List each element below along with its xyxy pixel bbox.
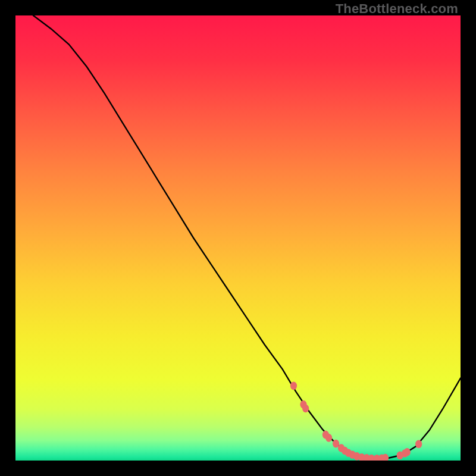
curve-marker [325,434,332,442]
curve-marker [302,405,309,413]
curve-marker [404,448,411,456]
chart-svg [15,15,461,461]
curve-marker [415,440,422,449]
gradient-background [15,15,461,461]
chart-frame [15,15,461,461]
curve-marker [290,382,297,390]
watermark-text: TheBottleneck.com [336,1,458,17]
